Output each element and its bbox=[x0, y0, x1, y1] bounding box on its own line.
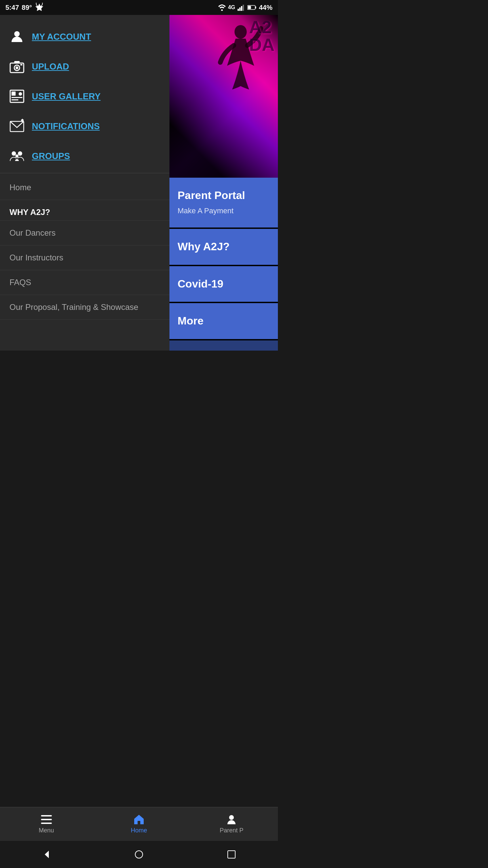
notifications-label: NOTIFICATIONS bbox=[32, 121, 100, 132]
upload-label: UPLOAD bbox=[32, 61, 69, 72]
sidebar-divider bbox=[0, 173, 169, 173]
groups-label: GROUPS bbox=[32, 151, 70, 161]
nav-item-home[interactable]: Home bbox=[0, 175, 169, 200]
wifi-icon bbox=[218, 4, 226, 11]
svg-point-23 bbox=[12, 151, 16, 156]
signal-icon bbox=[237, 4, 245, 11]
svg-point-9 bbox=[14, 31, 20, 37]
right-panel: A2DA Parent Portal Make A Payment Why A2… bbox=[169, 15, 278, 351]
why-a2j-button[interactable]: Why A2J? bbox=[169, 229, 278, 265]
covid-19-button[interactable]: Covid-19 bbox=[169, 266, 278, 302]
my-account-label: MY ACCOUNT bbox=[32, 32, 91, 42]
hero-image: A2DA bbox=[169, 15, 278, 178]
svg-rect-18 bbox=[12, 99, 18, 100]
sidebar-item-user-gallery[interactable]: USER GALLERY bbox=[0, 81, 169, 111]
network-type: 4G bbox=[228, 4, 235, 11]
camera-icon bbox=[9, 59, 24, 74]
svg-rect-8 bbox=[255, 6, 256, 8]
svg-rect-3 bbox=[239, 7, 241, 11]
battery-icon bbox=[247, 5, 257, 10]
parent-portal-button[interactable]: Parent Portal Make A Payment bbox=[169, 178, 278, 228]
sidebar: MY ACCOUNT UPLOAD bbox=[0, 15, 169, 351]
person-icon bbox=[9, 29, 24, 44]
svg-point-25 bbox=[15, 154, 18, 157]
more-button[interactable]: More bbox=[169, 303, 278, 339]
groups-icon bbox=[9, 149, 24, 163]
gallery-icon bbox=[9, 89, 24, 104]
covid-19-label: Covid-19 bbox=[178, 278, 223, 290]
temperature-display: 89° bbox=[22, 4, 32, 12]
nav-section-why-a2j: WHY A2J? bbox=[0, 200, 169, 221]
svg-rect-2 bbox=[238, 9, 239, 11]
nav-item-proposal[interactable]: Our Proposal, Training & Showcase bbox=[0, 295, 169, 320]
status-bar: 5:47 89° 4G 44% bbox=[0, 0, 278, 15]
svg-rect-7 bbox=[248, 6, 251, 9]
next-button-partial bbox=[169, 340, 278, 351]
svg-rect-16 bbox=[12, 92, 16, 96]
svg-point-1 bbox=[221, 9, 223, 11]
nav-item-our-dancers[interactable]: Our Dancers bbox=[0, 221, 169, 245]
sidebar-item-my-account[interactable]: MY ACCOUNT bbox=[0, 22, 169, 52]
time-display: 5:47 bbox=[5, 4, 19, 12]
sidebar-item-groups[interactable]: GROUPS bbox=[0, 141, 169, 171]
battery-percentage: 44% bbox=[259, 4, 272, 12]
status-left: 5:47 89° bbox=[5, 3, 44, 12]
sidebar-item-notifications[interactable]: NOTIFICATIONS bbox=[0, 111, 169, 141]
parent-portal-label: Parent Portal bbox=[178, 189, 245, 201]
menu-buttons: Parent Portal Make A Payment Why A2J? Co… bbox=[169, 178, 278, 351]
nav-item-our-instructors[interactable]: Our Instructors bbox=[0, 245, 169, 270]
why-a2j-label: Why A2J? bbox=[178, 240, 230, 253]
svg-point-24 bbox=[18, 151, 22, 156]
svg-rect-4 bbox=[241, 6, 242, 11]
parent-portal-subtext: Make A Payment bbox=[178, 206, 233, 215]
svg-point-26 bbox=[235, 25, 247, 39]
more-label: More bbox=[178, 315, 203, 327]
status-right: 4G 44% bbox=[218, 4, 272, 12]
hero-text: A2DA bbox=[249, 18, 274, 54]
main-layout: MY ACCOUNT UPLOAD bbox=[0, 15, 278, 351]
notification-star-icon bbox=[35, 3, 44, 12]
svg-rect-13 bbox=[14, 61, 20, 63]
notification-icon bbox=[9, 119, 24, 134]
svg-rect-17 bbox=[12, 97, 22, 98]
svg-rect-5 bbox=[243, 5, 244, 11]
svg-point-12 bbox=[16, 66, 18, 69]
user-gallery-label: USER GALLERY bbox=[32, 91, 101, 102]
nav-item-faqs[interactable]: FAQS bbox=[0, 270, 169, 295]
sidebar-item-upload[interactable]: UPLOAD bbox=[0, 52, 169, 81]
svg-rect-14 bbox=[20, 64, 22, 65]
svg-point-19 bbox=[19, 92, 22, 96]
